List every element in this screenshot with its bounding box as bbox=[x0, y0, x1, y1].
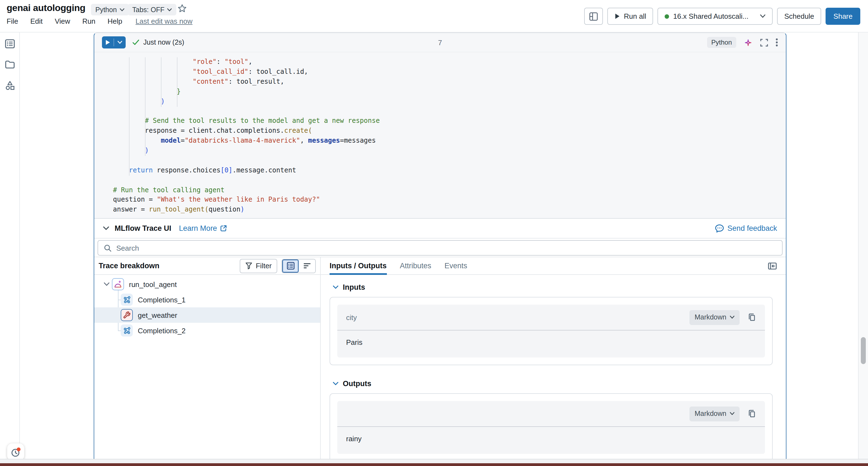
assistant-button[interactable] bbox=[743, 38, 753, 47]
code-line[interactable] bbox=[113, 107, 786, 116]
search-icon bbox=[103, 244, 112, 252]
schedule-label: Schedule bbox=[784, 12, 814, 21]
run-all-button[interactable]: Run all bbox=[607, 8, 653, 25]
share-button[interactable]: Share bbox=[826, 8, 860, 25]
tab-inputs-outputs[interactable]: Inputs / Outputs bbox=[330, 257, 386, 274]
cell-output: MLflow Trace UI Learn More Send feedback bbox=[94, 218, 786, 459]
language-dropdown[interactable]: Python bbox=[91, 4, 129, 15]
scrollbar-thumb[interactable] bbox=[861, 337, 866, 364]
code-line[interactable]: # Run the tool calling agent bbox=[113, 185, 786, 195]
trace-span-get_weather[interactable]: get_weather bbox=[94, 307, 320, 323]
window-bottom-bar bbox=[0, 463, 868, 466]
code-line[interactable]: } bbox=[113, 87, 786, 97]
outputs-section-header[interactable]: Outputs bbox=[333, 379, 773, 388]
maximize-cell-button[interactable] bbox=[760, 38, 768, 46]
tree-label: get_weather bbox=[138, 311, 177, 319]
menu-item-help[interactable]: Help bbox=[107, 17, 122, 25]
favorite-star-button[interactable] bbox=[178, 4, 187, 13]
chevron-down-icon bbox=[730, 412, 735, 415]
outputs-format-dropdown[interactable]: Markdown bbox=[690, 406, 740, 421]
code-line[interactable] bbox=[113, 156, 786, 166]
inputs-format-dropdown[interactable]: Markdown bbox=[690, 310, 740, 325]
scrollbar-track[interactable] bbox=[858, 33, 868, 463]
outputs-section: Outputs Markdown bbox=[330, 379, 773, 459]
code-line[interactable]: ) bbox=[113, 97, 786, 107]
outputs-copy-button[interactable] bbox=[747, 409, 756, 418]
menu-item-edit[interactable]: Edit bbox=[30, 17, 43, 25]
outputs-format-label: Markdown bbox=[695, 410, 726, 418]
trace-span-run_tool_agent[interactable]: run_tool_agent bbox=[94, 276, 320, 292]
code-editor[interactable]: "role": "tool", "tool_call_id": tool_cal… bbox=[94, 52, 786, 218]
search-input[interactable] bbox=[116, 244, 776, 252]
cell-menu-button[interactable] bbox=[775, 38, 778, 47]
agent-span-icon bbox=[112, 278, 124, 290]
input-field-value: Paris bbox=[337, 331, 765, 358]
inputs-copy-button[interactable] bbox=[747, 313, 756, 322]
code-line[interactable]: question = "What's the weather like in P… bbox=[113, 195, 786, 205]
layout-panels-button[interactable] bbox=[584, 8, 603, 25]
shapes-icon bbox=[5, 80, 14, 90]
timeline-view-button[interactable] bbox=[299, 259, 315, 272]
run-options-chevron-icon bbox=[114, 36, 126, 48]
learn-more-link[interactable]: Learn More bbox=[179, 224, 227, 232]
code-line[interactable]: ) bbox=[113, 146, 786, 156]
trace-span-Completions_2[interactable]: Completions_2 bbox=[94, 323, 320, 338]
filter-button[interactable]: Filter bbox=[240, 259, 277, 273]
notebook-cell: Just now (2s) 7 Python bbox=[94, 33, 786, 459]
environment-assets-button[interactable] bbox=[4, 79, 16, 92]
code-line[interactable]: model="databricks-llama-4-maverick", mes… bbox=[113, 136, 786, 146]
assistant-sparkle-icon bbox=[743, 38, 753, 47]
tab-events[interactable]: Events bbox=[444, 257, 467, 274]
menu-item-view[interactable]: View bbox=[55, 17, 70, 25]
last-edit-link[interactable]: Last edit was now bbox=[135, 17, 193, 25]
cluster-selector[interactable]: 16.x Shared Autoscali... bbox=[658, 8, 773, 25]
tabs-toggle-dropdown[interactable]: Tabs: OFF bbox=[128, 4, 177, 15]
header-actions: Run all 16.x Shared Autoscali... Schedul… bbox=[584, 8, 860, 25]
copy-icon bbox=[747, 409, 756, 418]
cell-run-status: Just now (2s) bbox=[132, 39, 184, 46]
menu-item-run[interactable]: Run bbox=[83, 17, 96, 25]
trace-span-Completions_1[interactable]: Completions_1 bbox=[94, 292, 320, 307]
copy-icon bbox=[747, 313, 756, 322]
table-of-contents-icon bbox=[5, 39, 14, 48]
tree-expander-chevron-icon[interactable] bbox=[101, 282, 112, 287]
inputs-section: Inputs city Markdown bbox=[330, 283, 773, 365]
databricks-notebook-app: genai autologging Python Tabs: OFF FileE… bbox=[0, 0, 868, 466]
inputs-section-header[interactable]: Inputs bbox=[333, 283, 773, 291]
collapse-panel-button[interactable] bbox=[768, 262, 777, 270]
tabs-toggle-label: Tabs: OFF bbox=[132, 6, 164, 13]
tree-label: Completions_1 bbox=[138, 296, 185, 304]
tab-attributes[interactable]: Attributes bbox=[400, 257, 431, 274]
code-line[interactable] bbox=[113, 175, 786, 185]
collapse-output-button[interactable] bbox=[103, 226, 109, 230]
code-line[interactable]: "role": "tool", bbox=[113, 57, 786, 67]
code-line[interactable]: answer = run_tool_agent(question) bbox=[113, 205, 786, 215]
folder-icon bbox=[5, 60, 14, 69]
inputs-section-title: Inputs bbox=[343, 283, 365, 291]
recent-activity-button[interactable] bbox=[7, 443, 24, 461]
code-line[interactable]: "content": tool_result, bbox=[113, 77, 786, 87]
execution-count: 7 bbox=[94, 38, 786, 46]
run-cell-button[interactable] bbox=[102, 36, 126, 48]
inputs-card-header: city Markdown bbox=[337, 305, 765, 330]
input-field-name: city bbox=[346, 313, 357, 322]
folder-browser-button[interactable] bbox=[4, 59, 16, 70]
schedule-button[interactable]: Schedule bbox=[777, 8, 821, 25]
menu-item-file[interactable]: File bbox=[7, 17, 18, 25]
indent-guide bbox=[129, 57, 129, 176]
code-line[interactable]: return response.choices[0].message.conte… bbox=[113, 166, 786, 176]
code-line[interactable]: response = client.chat.completions.creat… bbox=[113, 126, 786, 136]
send-feedback-link[interactable]: Send feedback bbox=[715, 224, 777, 233]
cluster-status-dot bbox=[665, 14, 669, 19]
table-of-contents-button[interactable] bbox=[4, 38, 16, 49]
code-line[interactable]: # Send the tool results to the model and… bbox=[113, 116, 786, 126]
tool-span-icon bbox=[121, 309, 133, 321]
status-strip bbox=[0, 459, 868, 463]
cell-language-badge[interactable]: Python bbox=[707, 37, 736, 48]
tree-view-button[interactable] bbox=[282, 259, 299, 272]
chevron-down-icon bbox=[333, 285, 338, 289]
tree-label: run_tool_agent bbox=[129, 280, 177, 288]
cell-header: Just now (2s) 7 Python bbox=[94, 33, 786, 52]
code-line[interactable]: "tool_call_id": tool_call.id, bbox=[113, 67, 786, 77]
external-link-icon bbox=[220, 225, 227, 232]
